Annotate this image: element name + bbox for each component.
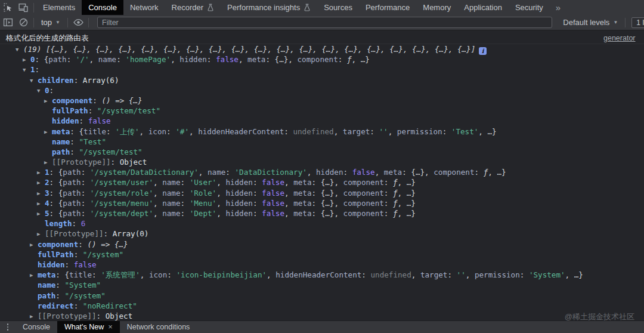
tab-performance[interactable]: Performance bbox=[359, 0, 416, 15]
collapse-triangle-icon[interactable]: ▼ bbox=[30, 76, 38, 86]
token-i: name bbox=[162, 209, 180, 218]
collapse-triangle-icon[interactable]: ▼ bbox=[16, 45, 23, 55]
javascript-context-select[interactable]: top ▼ bbox=[36, 18, 65, 27]
token-o: Array(6) bbox=[83, 76, 119, 85]
clear-console-icon[interactable] bbox=[16, 17, 31, 27]
token-f: ƒ bbox=[393, 199, 398, 208]
tab-label: Elements bbox=[43, 3, 75, 12]
token-p: : bbox=[72, 219, 81, 228]
expand-triangle-icon[interactable]: ▶ bbox=[30, 312, 38, 321]
console-row: ▼(19) [{…}, {…}, {…}, {…}, {…}, {…}, {…}… bbox=[0, 44, 644, 54]
collapse-triangle-icon[interactable]: ▼ bbox=[37, 86, 45, 96]
expand-triangle-icon[interactable]: ▶ bbox=[37, 209, 45, 219]
token-u: undefined bbox=[370, 270, 411, 279]
token-s: '系统管理' bbox=[101, 270, 140, 279]
log-levels-select[interactable]: Default levels ▼ bbox=[558, 18, 623, 27]
tab-security[interactable]: Security bbox=[509, 0, 550, 15]
more-tabs-button[interactable]: » bbox=[550, 0, 566, 15]
console-row: ▼1: bbox=[0, 64, 644, 75]
token-i: permission bbox=[475, 270, 520, 279]
token-u: undefined bbox=[293, 127, 333, 136]
token-s: 'Menu' bbox=[190, 199, 217, 208]
tab-console[interactable]: Console bbox=[82, 0, 123, 15]
chevron-down-icon: ▼ bbox=[55, 20, 60, 25]
tab-sources[interactable]: Sources bbox=[317, 0, 359, 15]
filter-input[interactable] bbox=[97, 17, 552, 28]
token-p: , bbox=[284, 189, 293, 198]
token-s: "/system" bbox=[83, 250, 123, 259]
token-s: '' bbox=[457, 270, 466, 279]
close-icon[interactable]: × bbox=[108, 323, 113, 331]
token-i: path bbox=[63, 168, 80, 177]
source-link[interactable]: generator bbox=[603, 33, 644, 44]
token-i: target bbox=[343, 127, 370, 136]
token-p: : bbox=[81, 189, 90, 198]
expand-triangle-icon[interactable]: ▶ bbox=[37, 178, 45, 188]
token-p: : { bbox=[55, 270, 69, 279]
info-icon[interactable]: i bbox=[479, 47, 487, 55]
token-i: hidden bbox=[179, 55, 207, 64]
token-p: : bbox=[111, 158, 120, 166]
tab-memory[interactable]: Memory bbox=[416, 0, 457, 15]
token-p: : bbox=[92, 270, 101, 279]
token-k: 5 bbox=[45, 209, 49, 218]
collapse-triangle-icon[interactable]: ▼ bbox=[23, 65, 30, 75]
token-b: false bbox=[262, 199, 284, 208]
expand-triangle-icon[interactable]: ▶ bbox=[30, 240, 38, 250]
token-f: () => {…} bbox=[87, 240, 128, 249]
token-i: name bbox=[162, 178, 180, 187]
token-p: , bbox=[307, 168, 316, 177]
flask-icon bbox=[207, 4, 214, 11]
expand-triangle-icon[interactable]: ▶ bbox=[30, 270, 38, 280]
token-p: : bbox=[253, 189, 262, 198]
tab-elements[interactable]: Elements bbox=[36, 0, 82, 15]
tab-performance-insights[interactable]: Performance insights bbox=[221, 0, 317, 15]
expand-triangle-icon[interactable]: ▶ bbox=[44, 158, 52, 168]
token-p: : bbox=[92, 96, 101, 105]
token-s: "Test" bbox=[79, 137, 107, 146]
expand-triangle-icon[interactable]: ▶ bbox=[37, 199, 45, 209]
token-p: : {…}, bbox=[265, 55, 297, 64]
toolbar-separator bbox=[33, 3, 34, 13]
token-i: hiddenHeaderContent bbox=[198, 127, 284, 136]
token-o: Array(0) bbox=[113, 229, 149, 238]
expand-triangle-icon[interactable]: ▶ bbox=[37, 189, 45, 199]
tab-label: Console bbox=[88, 3, 117, 12]
token-b: false bbox=[88, 116, 111, 125]
drawer-tab-strip: ConsoleWhat's New×Network conditions bbox=[16, 321, 197, 333]
token-f: () => {…} bbox=[101, 96, 142, 105]
token-i: component bbox=[343, 178, 384, 187]
more-options-icon[interactable] bbox=[0, 321, 16, 333]
token-p: : {…}, bbox=[402, 168, 434, 177]
token-i: component bbox=[434, 168, 474, 177]
token-p: , …} bbox=[352, 55, 370, 64]
console-sidebar-toggle-icon[interactable] bbox=[0, 17, 16, 27]
token-p: , bbox=[216, 209, 225, 218]
token-s: 'Dept' bbox=[190, 209, 217, 218]
expand-triangle-icon[interactable]: ▶ bbox=[37, 168, 45, 178]
tab-label: Sources bbox=[324, 3, 352, 12]
expand-triangle-icon[interactable]: ▶ bbox=[44, 127, 52, 137]
token-p: , bbox=[153, 199, 162, 208]
toggle-device-toolbar-icon[interactable] bbox=[16, 0, 31, 15]
console-row: ▶[[Prototype]]: Object bbox=[0, 311, 644, 321]
drawer-tab-network-conditions[interactable]: Network conditions bbox=[120, 321, 197, 333]
tab-network[interactable]: Network bbox=[123, 0, 165, 15]
tab-application[interactable]: Application bbox=[457, 0, 509, 15]
expand-triangle-icon[interactable]: ▶ bbox=[23, 55, 30, 65]
token-i: hidden bbox=[225, 189, 253, 198]
console-toolbar: top ▼ Default levels ▼ 1 Issue bbox=[0, 15, 644, 30]
inspect-element-icon[interactable] bbox=[0, 0, 16, 15]
token-k: hidden bbox=[52, 116, 79, 125]
token-p: , bbox=[140, 270, 149, 279]
tab-recorder[interactable]: Recorder bbox=[165, 0, 221, 15]
token-p: : bbox=[81, 178, 90, 187]
expand-triangle-icon[interactable]: ▶ bbox=[37, 229, 45, 239]
expand-triangle-icon[interactable]: ▶ bbox=[44, 96, 52, 106]
token-p: : bbox=[447, 270, 456, 279]
drawer-tab-console[interactable]: Console bbox=[16, 321, 57, 333]
drawer-tab-what-s-new[interactable]: What's New× bbox=[57, 321, 120, 333]
issues-counter-button[interactable]: 1 Issue bbox=[631, 17, 644, 28]
token-p: : bbox=[67, 55, 76, 64]
live-expression-eye-icon[interactable] bbox=[70, 17, 86, 27]
